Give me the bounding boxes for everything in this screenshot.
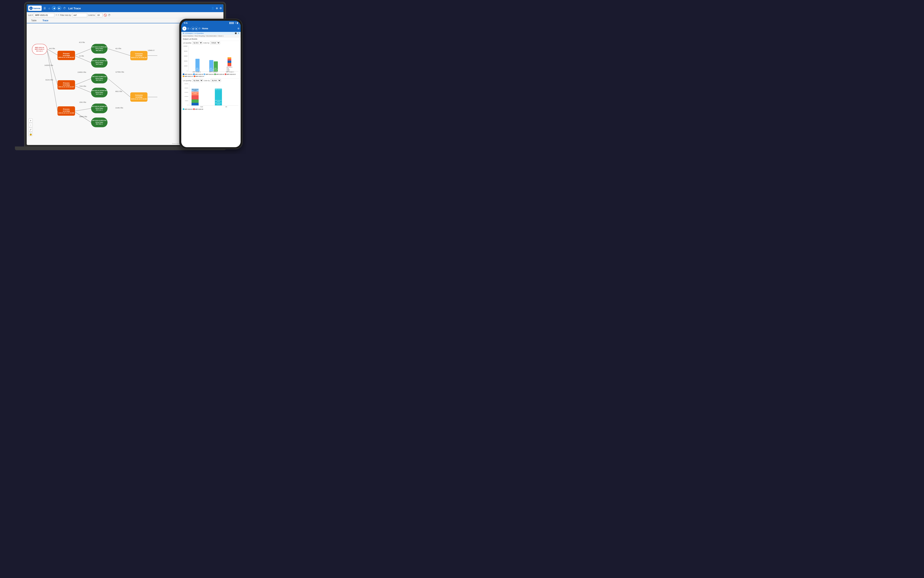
chart2-by-item-select[interactable]: By Item: [211, 79, 221, 82]
output-node-1[interactable]: DRT-0101-01-MS01-002 Dirty Flake Mix Sil…: [91, 44, 107, 54]
y-axis-2: 250000 200000 150000 100000 50000 0: [183, 83, 189, 106]
chart2-by-state-select[interactable]: By State: [192, 79, 203, 82]
hold-group: MRF-0102-0345,000 MRF-0102-0440,000: [192, 89, 213, 106]
chart1-lot-qty-label: Lot Quantity: [183, 42, 191, 44]
logo-area: k kanoa: [28, 6, 42, 11]
zoom-fit-button[interactable]: ⤢: [29, 127, 33, 132]
refresh-icon[interactable]: ⏱: [108, 14, 111, 16]
phone-sub-header: ⊞ Lot Analysis > Lot Quantities ⬛ ⚙: [181, 32, 241, 35]
consume-node-1[interactable]: Consume SYSTEM 2025-01-01 15:14:50.763: [130, 51, 148, 60]
settings-icon[interactable]: ⚙: [220, 7, 222, 10]
consume-node-2[interactable]: Consume SYSTEM 2025-01-02 14:37:34.903: [130, 93, 148, 102]
react-flow-watermark: React Flow: [172, 143, 180, 144]
phone-forward[interactable]: ▶: [195, 27, 198, 30]
source-node[interactable]: MRF-0101-01 MRF-Grade A SG Line 1: [32, 44, 47, 55]
bars-a: MRF-0102-0150,000: [195, 46, 200, 71]
lot-label: Lot #: [28, 14, 33, 16]
svg-line-10: [108, 78, 130, 97]
chart1-by-item-select[interactable]: By Item: [192, 41, 203, 44]
output-node-6[interactable]: DRT-0102-01-MS01-001 Dirty Flake Mix Sil…: [91, 117, 107, 127]
output-node-3[interactable]: DRT-0101-01-MS01-003 Dirty Flake Mix Sil…: [91, 74, 107, 83]
legend2-label-1: MRF-0102-02: [185, 109, 193, 110]
forward-button[interactable]: ▶: [57, 6, 61, 10]
process-node-1[interactable]: Process SYSTEM 2025-01-01 14:56:43:107: [57, 51, 75, 60]
legend-item-7: MRF-0102-2-4: [194, 76, 204, 77]
chart2-lot-qty-label: Lot Quantity: [183, 80, 191, 81]
user-icon[interactable]: 👤: [211, 7, 214, 10]
lot-analysis-label: Lot Analysis > Lot Quantities: [185, 32, 203, 34]
bar-a-1: MRF-0102-0150,000: [195, 59, 200, 71]
zoom-out-button[interactable]: −: [29, 123, 33, 127]
legend-label-6: MRF-0102-2-3: [185, 76, 193, 77]
flow-label-14: 2148.0 lbs: [116, 107, 123, 109]
process-node-3[interactable]: Process SYSTEM 2025-01-02 14:37:10.983: [57, 106, 75, 116]
legend-label-5: MRF-0102-02-2: [227, 74, 236, 75]
zoom-in-button[interactable]: +: [29, 119, 33, 123]
bar-b-1: MRF-0102-0345,000: [209, 60, 213, 71]
flow-label-12: 12798.0 lbs: [116, 71, 124, 73]
flow-label-5: 3124.0 lbs: [46, 79, 53, 81]
chart1-controls: Output Lot Events: [181, 37, 241, 41]
legend-color-2: [193, 73, 195, 75]
output-node-2[interactable]: DRT-0101-01-SCRAP-002 Dirty Flake SG Lin…: [91, 58, 107, 68]
legend2-label-2: MRF-0102-03: [195, 109, 203, 110]
phone-history[interactable]: ⏱: [198, 28, 201, 30]
phone-home[interactable]: ⌂: [189, 28, 191, 30]
flow-label-1: 44.0 lbs: [49, 47, 55, 49]
login-icon[interactable]: ⊕: [216, 7, 218, 10]
home-icon[interactable]: ⌂: [48, 6, 51, 10]
flow-label-11: 12840.0 l: [148, 49, 155, 51]
history-icon[interactable]: ⏱: [62, 6, 67, 10]
tab-trace[interactable]: Trace: [39, 18, 51, 23]
header-right: 👤 ⊕ ⚙: [211, 7, 222, 10]
battery-icon: ▓: [237, 22, 238, 24]
x-labels-2: Hold OK: [189, 106, 238, 107]
phone-header: k ☰ ⌂ ◀ ▶ ⏱ Home ⚙: [181, 25, 241, 32]
legend-label-4: MRF-0102-04: [216, 74, 224, 75]
phone-sub-settings[interactable]: ⚙: [238, 32, 239, 34]
phone-back[interactable]: ◀: [191, 27, 195, 30]
phone-sub-icons: ⬛ ⚙: [235, 32, 239, 34]
bar-group-b: MRF-0102-0345,000 MRF-0102-0440,000: [206, 46, 221, 71]
seg-red2: [228, 65, 231, 66]
bar-group-c: MRF-0102-025,002 10,000 10,000: [222, 46, 237, 71]
phone-nav-icons: ☰ ⌂ ◀ ▶ ⏱: [187, 27, 201, 30]
signal-icon: ▌▌▌▌: [229, 22, 234, 24]
legend-item-2: MRF-0102-02: [193, 73, 203, 75]
phone-settings-icon[interactable]: ⚙: [238, 27, 239, 30]
legend-color-7: [194, 76, 195, 77]
output-node-4[interactable]: DRT-0101-01-SCRAP-003 Dirty Flake SG Lin…: [91, 88, 107, 97]
chart1-area: 100000 80000 60000 40000 20000 0 MRF-010…: [181, 45, 241, 78]
legend-item-5: MRF-0102-02-2: [225, 73, 236, 75]
chart2-selectors: Lot Quantity By State Color by By Item: [181, 78, 241, 83]
x-labels-1: MRF-Grade A MRF-Grade B MRF-Grade C: [188, 71, 238, 73]
chart1-body: MRF-0102-0150,000 MRF-0102-0345,000 MRF-…: [188, 45, 238, 71]
flow-label-8: 156.0 lbs: [79, 101, 86, 103]
legend-color-3: [203, 73, 205, 75]
hamburger-icon[interactable]: ☰: [43, 6, 47, 10]
toolbar: Lot # ✕ ▾ Filter lots by Limit to 🚫 ⏱: [27, 12, 223, 18]
phone-header-right: ⚙: [238, 27, 239, 30]
stop-icon[interactable]: 🚫: [104, 14, 107, 16]
x-label-hold: Hold: [200, 106, 203, 107]
output-node-5[interactable]: DRT-0102-01-SCRAP-001 Dirty Flake SG Lin…: [91, 104, 107, 113]
legend-item-4: MRF-0102-04: [214, 73, 224, 75]
bar-b-2: MRF-0102-0440,000: [214, 62, 218, 71]
lot-input[interactable]: [34, 13, 54, 17]
filter-input[interactable]: [72, 13, 87, 17]
limit-input[interactable]: [96, 13, 102, 17]
svg-line-5: [75, 78, 91, 85]
flow-label-7: 710.0 lbs: [79, 85, 86, 87]
phone-hamburger[interactable]: ☰: [187, 28, 189, 30]
process-node-2[interactable]: Process SYSTEM 2025-01-01 15:09:10.227: [57, 80, 75, 89]
lock-button[interactable]: 🔒: [29, 132, 33, 136]
legend-item-3: MRF-0102-03: [203, 73, 213, 75]
logo-text: kanoa: [33, 7, 41, 10]
back-button[interactable]: ◀: [52, 6, 56, 10]
chart2-body: MRF-0102-0345,000 MRF-0102-0440,000 MRF-…: [189, 83, 238, 106]
chart1-color-select[interactable]: Default: [210, 41, 220, 44]
bar-group-a: MRF-0102-0150,000: [190, 46, 205, 71]
tab-table[interactable]: Table: [28, 18, 39, 23]
legend-item-6: MRF-0102-2-3: [183, 76, 193, 77]
tablet-icon[interactable]: ⬛: [235, 32, 237, 34]
